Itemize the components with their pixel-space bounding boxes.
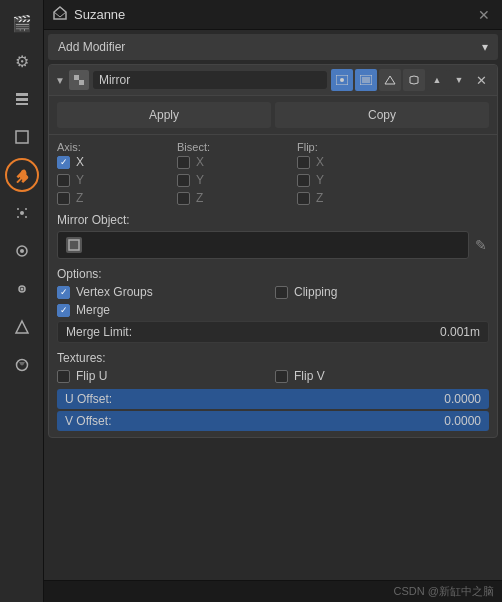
- flip-v-label: Flip V: [294, 369, 325, 383]
- tools-icon[interactable]: ⚙: [5, 44, 39, 78]
- merge-limit-label: Merge Limit:: [66, 325, 440, 339]
- vertex-groups-checkbox[interactable]: [57, 286, 70, 299]
- modifier-wrench-icon[interactable]: [5, 158, 39, 192]
- vertex-groups-cell: Vertex Groups: [57, 285, 271, 299]
- svg-point-10: [20, 249, 24, 253]
- realtime-toggle[interactable]: [331, 69, 353, 91]
- options-grid: Vertex Groups Clipping Merge: [57, 285, 489, 317]
- vertex-groups-label: Vertex Groups: [76, 285, 153, 299]
- svg-point-8: [25, 216, 27, 218]
- add-modifier-button[interactable]: Add Modifier ▾: [48, 34, 498, 60]
- mirror-obj-icon: [66, 237, 82, 253]
- modifier-type-icon: [69, 70, 89, 90]
- svg-rect-2: [16, 103, 28, 105]
- clipping-cell: Clipping: [275, 285, 489, 299]
- apply-button[interactable]: Apply: [57, 102, 271, 128]
- modifier-body: Axis: Bisect: Flip: X X: [49, 135, 497, 437]
- axis-x-checkbox[interactable]: [57, 156, 70, 169]
- textures-row: Flip U Flip V: [57, 369, 489, 383]
- svg-rect-21: [362, 77, 370, 83]
- merge-label: Merge: [76, 303, 110, 317]
- v-offset-row[interactable]: V Offset: 0.0000: [57, 411, 489, 431]
- bisect-x-cell: X: [177, 155, 297, 169]
- axis-z-checkbox[interactable]: [57, 192, 70, 205]
- data-icon[interactable]: [5, 310, 39, 344]
- flip-y-cell: Y: [297, 173, 489, 187]
- svg-point-5: [17, 208, 19, 210]
- modifier-expand-icon[interactable]: ▼: [55, 75, 65, 86]
- flip-y-label: Y: [316, 173, 324, 187]
- move-up-button[interactable]: ▲: [427, 70, 447, 90]
- header: Suzanne ✕: [44, 0, 502, 30]
- axis-x-row: X X X: [57, 155, 489, 169]
- svg-rect-17: [79, 80, 84, 85]
- mirror-object-field[interactable]: [57, 231, 469, 259]
- particles-icon[interactable]: [5, 196, 39, 230]
- mirror-object-label: Mirror Object:: [57, 213, 489, 227]
- constraints-icon[interactable]: [5, 272, 39, 306]
- axis-z-row: Z Z Z: [57, 191, 489, 205]
- scene-icon[interactable]: 🎬: [5, 6, 39, 40]
- flip-z-cell: Z: [297, 191, 489, 205]
- flip-x-label: X: [316, 155, 324, 169]
- flip-z-checkbox[interactable]: [297, 192, 310, 205]
- options-label: Options:: [57, 267, 489, 281]
- object-title: Suzanne: [74, 7, 468, 22]
- u-offset-row[interactable]: U Offset: 0.0000: [57, 389, 489, 409]
- render-toggle[interactable]: [355, 69, 377, 91]
- flip-v-checkbox[interactable]: [275, 370, 288, 383]
- cage-toggle[interactable]: [403, 69, 425, 91]
- flip-u-label: Flip U: [76, 369, 107, 383]
- flip-y-checkbox[interactable]: [297, 174, 310, 187]
- delete-modifier-button[interactable]: ✕: [471, 70, 491, 90]
- svg-rect-0: [16, 93, 28, 96]
- add-modifier-label: Add Modifier: [58, 40, 125, 54]
- move-down-button[interactable]: ▼: [449, 70, 469, 90]
- object-properties-icon[interactable]: [5, 120, 39, 154]
- flip-header: Flip:: [297, 141, 489, 153]
- flip-x-checkbox[interactable]: [297, 156, 310, 169]
- svg-rect-16: [74, 75, 79, 80]
- clipping-checkbox[interactable]: [275, 286, 288, 299]
- svg-point-4: [20, 211, 24, 215]
- close-icon[interactable]: ✕: [474, 5, 494, 25]
- svg-rect-23: [69, 240, 79, 250]
- modifier-icons: ▲ ▼ ✕: [331, 69, 491, 91]
- merge-limit-row[interactable]: Merge Limit: 0.001m: [57, 321, 489, 343]
- svg-marker-22: [385, 76, 395, 84]
- axis-z-cell: Z: [57, 191, 177, 205]
- bisect-x-label: X: [196, 155, 204, 169]
- main-content: Suzanne ✕ Add Modifier ▾ ▼: [44, 0, 502, 602]
- v-offset-value: 0.0000: [444, 414, 481, 428]
- apply-copy-row: Apply Copy: [49, 96, 497, 135]
- copy-button[interactable]: Copy: [275, 102, 489, 128]
- modifier-name-input[interactable]: [93, 71, 327, 89]
- view-layer-icon[interactable]: [5, 82, 39, 116]
- svg-marker-15: [54, 7, 66, 17]
- axis-x-cell: X: [57, 155, 177, 169]
- flip-u-cell: Flip U: [57, 369, 271, 383]
- physics-icon[interactable]: [5, 234, 39, 268]
- abf-headers: Axis: Bisect: Flip:: [57, 141, 489, 153]
- axis-y-cell: Y: [57, 173, 177, 187]
- flip-x-cell: X: [297, 155, 489, 169]
- axis-y-checkbox[interactable]: [57, 174, 70, 187]
- object-icon: [52, 5, 68, 24]
- svg-point-19: [340, 78, 344, 82]
- bisect-x-checkbox[interactable]: [177, 156, 190, 169]
- flip-u-checkbox[interactable]: [57, 370, 70, 383]
- properties-panel: Add Modifier ▾ ▼: [44, 30, 502, 580]
- mirror-edit-icon[interactable]: ✎: [473, 235, 489, 255]
- merge-checkbox[interactable]: [57, 304, 70, 317]
- svg-marker-12: [16, 321, 28, 333]
- bisect-y-cell: Y: [177, 173, 297, 187]
- clipping-label: Clipping: [294, 285, 337, 299]
- bisect-z-checkbox[interactable]: [177, 192, 190, 205]
- edit-mode-toggle[interactable]: [379, 69, 401, 91]
- bisect-y-checkbox[interactable]: [177, 174, 190, 187]
- merge-limit-value: 0.001m: [440, 325, 480, 339]
- left-toolbar: 🎬 ⚙: [0, 0, 44, 602]
- material-icon[interactable]: [5, 348, 39, 382]
- svg-rect-3: [16, 131, 28, 143]
- add-modifier-arrow: ▾: [482, 40, 488, 54]
